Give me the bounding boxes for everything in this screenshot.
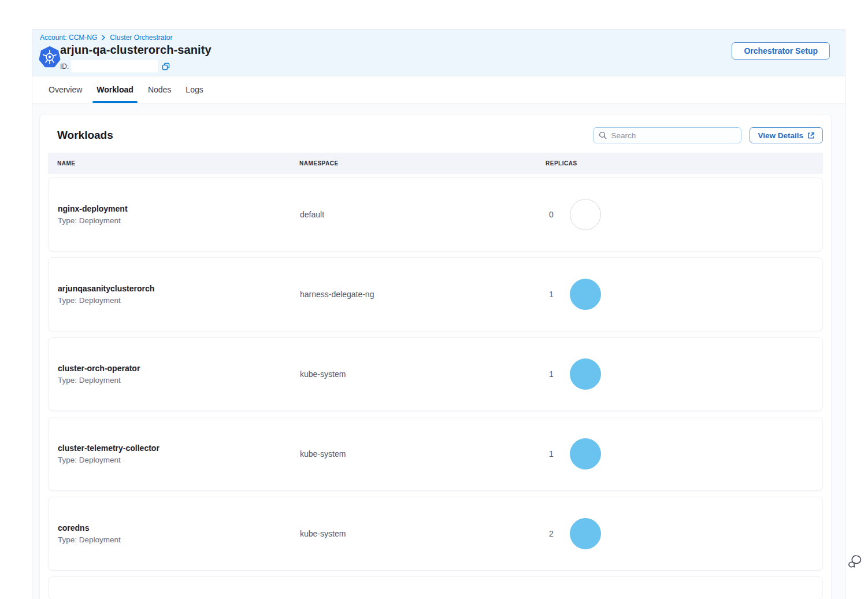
content-area: Workloads View Details [32,103,845,599]
breadcrumb-account-link[interactable]: Account: CCM-NG [40,34,97,42]
replica-circle [570,518,601,549]
view-details-label: View Details [758,131,803,140]
replica-circle [570,358,601,390]
cluster-id-row: ID: [60,60,170,72]
external-link-icon [807,132,815,139]
view-details-button[interactable]: View Details [750,127,823,143]
tab-logs[interactable]: Logs [186,76,203,103]
workload-rows: nginx-deployment Type: Deployment defaul… [48,178,823,571]
replica-count: 1 [546,449,554,459]
workloads-card: Workloads View Details [39,114,832,599]
copy-icon[interactable] [162,62,170,71]
workload-namespace: harness-delegate-ng [300,290,374,299]
replica-circle [570,279,601,310]
workload-name: coredns [58,523,300,533]
column-header-namespace: NAMESPACE [299,160,546,167]
workload-namespace: kube-system [300,449,346,459]
search-input[interactable] [611,131,736,140]
replica-count: 1 [546,369,554,379]
workload-namespace: kube-system [300,529,346,538]
workload-type: Type: Deployment [58,216,300,225]
workload-type: Type: Deployment [58,535,300,544]
table-header: NAME NAMESPACE REPLICAS [48,153,823,174]
tab-nodes[interactable]: Nodes [148,76,171,103]
breadcrumb: Account: CCM-NG Cluster Orchestrator [40,34,172,42]
replica-count: 2 [546,529,554,538]
table-row[interactable]: cluster-telemetry-collector Type: Deploy… [48,417,823,491]
workload-name: arjunqasanityclusterorch [58,284,300,293]
page-title: arjun-qa-clusterorch-sanity [60,43,212,57]
workload-namespace: default [300,210,324,219]
table-row[interactable]: coredns Type: Deployment kube-system 2 [48,497,823,571]
orchestrator-setup-button[interactable]: Orchestrator Setup [732,42,830,60]
workload-name: cluster-orch-operator [58,364,300,373]
cluster-id-value-redacted [71,60,158,72]
workload-name: nginx-deployment [58,204,300,213]
replica-circle [570,199,601,230]
cluster-orchestrator-panel: Account: CCM-NG Cluster Orchestrator [32,29,845,599]
workload-namespace: kube-system [300,369,346,379]
table-row-partial[interactable] [48,576,823,599]
cluster-id-label: ID: [60,62,69,71]
workload-name: cluster-telemetry-collector [58,443,300,453]
chat-bubbles-icon[interactable] [846,554,862,570]
tab-workload[interactable]: Workload [97,76,133,103]
column-header-replicas: REPLICAS [546,160,823,167]
search-icon [599,131,607,139]
replica-count: 1 [546,290,554,299]
workloads-search[interactable] [593,127,741,143]
chevron-right-icon [101,35,106,40]
workloads-title: Workloads [57,129,593,142]
workload-type: Type: Deployment [58,376,300,384]
tab-overview[interactable]: Overview [49,76,82,103]
table-row[interactable]: cluster-orch-operator Type: Deployment k… [48,337,823,411]
column-header-name: NAME [48,160,299,167]
tab-bar: Overview Workload Nodes Logs [32,76,845,103]
replica-circle [570,438,601,469]
kubernetes-icon [39,46,61,68]
replica-count: 0 [546,210,554,219]
table-row[interactable]: arjunqasanityclusterorch Type: Deploymen… [48,257,823,331]
workloads-card-header: Workloads View Details [40,114,831,153]
table-row[interactable]: nginx-deployment Type: Deployment defaul… [48,178,823,252]
workload-type: Type: Deployment [58,456,300,464]
workload-type: Type: Deployment [58,296,300,305]
breadcrumb-page-link[interactable]: Cluster Orchestrator [110,34,172,42]
page-header: Account: CCM-NG Cluster Orchestrator [32,29,845,76]
